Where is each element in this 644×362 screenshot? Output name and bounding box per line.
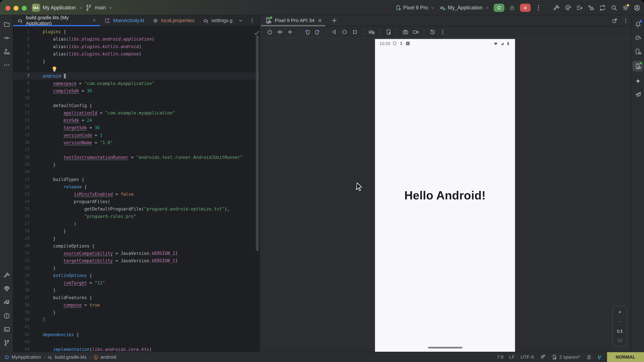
structure-toolwindow-button[interactable]	[2, 47, 11, 55]
stop-button[interactable]	[520, 3, 531, 12]
line-ending-widget[interactable]: LF	[509, 355, 515, 360]
attach-debugger-button[interactable]	[587, 4, 595, 11]
run-config-icon[interactable]	[439, 4, 446, 11]
zoom-window-button[interactable]	[22, 6, 27, 10]
navigation-pill[interactable]	[428, 347, 462, 349]
running-devices-panel: Pixel 9 Pro API 34 10:20 A Hello Android…	[260, 15, 644, 352]
project-widget[interactable]: MA My Application	[32, 0, 83, 15]
device-tab[interactable]: Pixel 9 Pro API 34	[260, 15, 326, 26]
panel-more-button[interactable]	[440, 29, 446, 35]
ideavim-icon[interactable]: V	[598, 354, 601, 360]
volume-up-button[interactable]	[277, 29, 284, 35]
device-selector[interactable]: Pixel 9 Pro	[394, 4, 435, 11]
editor-scrollbar[interactable]	[256, 35, 259, 251]
close-device-tab-icon[interactable]	[317, 16, 323, 25]
debug-button[interactable]	[508, 4, 516, 11]
indent-widget[interactable]: 2 spaces*	[552, 354, 580, 360]
crumb-project[interactable]: MyApplication	[4, 355, 41, 360]
unlock-icon[interactable]	[586, 354, 592, 360]
run-configuration-selector[interactable]: My_Application	[439, 4, 490, 11]
device-settings-button[interactable]	[385, 29, 392, 35]
gradle-toolwindow-button[interactable]	[634, 34, 642, 42]
tab-mainactivity-kt[interactable]: MainActivity.kt	[100, 15, 148, 26]
android-back-button[interactable]	[331, 29, 338, 35]
panel-options-button[interactable]	[623, 17, 629, 24]
commit-toolwindow-button[interactable]	[2, 34, 11, 42]
whats-new-button[interactable]	[634, 90, 642, 98]
zoom-ratio-button[interactable]: 1:1	[614, 327, 625, 335]
chevron-down-icon	[485, 5, 490, 10]
code-line-18: 18 testInstrumentationRunner = "androidx…	[13, 153, 260, 161]
breadcrumbs: MyApplication›Kbuild.gradle.kts›android	[0, 355, 116, 360]
profiler-button[interactable]	[576, 4, 583, 11]
close-tab-icon[interactable]	[92, 18, 96, 23]
running-devices-button[interactable]	[634, 62, 642, 70]
code-line-12: 12 applicationId = "com.example.myapplic…	[13, 109, 260, 116]
caret-position-widget[interactable]: 7:9	[497, 355, 504, 360]
reset-button[interactable]	[429, 29, 436, 35]
version-control-toolwindow-button[interactable]	[2, 339, 11, 347]
sync-gradle-button[interactable]	[599, 4, 606, 11]
screenshot-button[interactable]	[402, 29, 409, 35]
close-window-button[interactable]	[5, 6, 10, 10]
project-toolwindow-button[interactable]	[2, 20, 11, 28]
lambda-circle-icon	[93, 355, 98, 360]
svg-text:K: K	[50, 357, 52, 360]
zoom-in-button[interactable]: +	[614, 308, 625, 317]
intention-bulb-icon[interactable]	[52, 66, 56, 70]
tab-label: MainActivity.kt	[113, 17, 144, 23]
device-selector-label: Pixel 9 Pro	[403, 5, 428, 10]
emulator-screen[interactable]: 10:20 A Hello Android!	[375, 39, 515, 352]
encoding-widget[interactable]: UTF-8	[520, 355, 534, 360]
open-in-window-button[interactable]	[612, 17, 618, 24]
search-everywhere-button[interactable]	[610, 4, 618, 11]
rotate-left-button[interactable]	[304, 29, 310, 35]
more-toolwindows-button[interactable]	[2, 61, 11, 69]
build-toolwindow-button[interactable]	[2, 271, 11, 279]
new-device-tab-button[interactable]	[330, 16, 338, 25]
running-device-icon	[264, 16, 272, 25]
hardware-input-button[interactable]	[368, 29, 375, 35]
more-actions-button[interactable]	[535, 4, 542, 11]
crumb-element[interactable]: android	[93, 355, 116, 360]
problems-toolwindow-button[interactable]	[2, 312, 11, 320]
code-editor[interactable]: 1plugins {2 alias(libs.plugins.android.a…	[13, 26, 260, 352]
volume-down-button[interactable]	[287, 29, 294, 35]
crumb-file[interactable]: Kbuild.gradle.kts	[48, 355, 87, 360]
ai-assist-off-icon[interactable]	[540, 354, 546, 360]
fit-screen-button[interactable]	[614, 336, 625, 345]
code-line-38: 38 compose = true	[13, 301, 260, 309]
code-line-17: 17	[13, 146, 260, 153]
minimize-window-button[interactable]	[14, 6, 18, 10]
blue-sq-icon	[4, 355, 10, 360]
apply-changes-button[interactable]: A	[564, 4, 572, 11]
vcs-branch-widget[interactable]: main	[84, 0, 113, 15]
code-area[interactable]: 1plugins {2 alias(libs.plugins.android.a…	[13, 28, 260, 352]
device-manager-button[interactable]	[634, 47, 642, 55]
code-line-28: 28 }	[13, 227, 260, 235]
android-home-button[interactable]	[341, 29, 348, 35]
zoom-out-button[interactable]: −	[614, 317, 625, 326]
notifications-button[interactable]	[634, 20, 642, 28]
terminal-toolwindow-button[interactable]	[2, 325, 11, 333]
screen-record-button[interactable]	[412, 29, 419, 35]
tab-list-chevron-icon[interactable]	[237, 16, 245, 25]
device-selector-icon[interactable]	[394, 4, 401, 11]
tab-options-kebab-icon[interactable]	[248, 16, 256, 25]
android-recents-button[interactable]	[352, 29, 358, 35]
device-power-button[interactable]	[266, 29, 273, 35]
settings-button[interactable]	[622, 4, 629, 11]
tab-local-properties[interactable]: local.properties	[148, 15, 199, 26]
account-button[interactable]	[633, 4, 641, 11]
logcat-toolwindow-button[interactable]	[2, 298, 11, 306]
tab-build-gradle-kts[interactable]: Kbuild.gradle.kts (My Application)	[13, 15, 100, 26]
build-button[interactable]	[553, 4, 560, 11]
code-line-9: 9 compileSdk = 36	[13, 87, 260, 94]
rerun-button[interactable]	[494, 3, 504, 12]
gemini-toolwindow-button[interactable]	[634, 77, 642, 85]
tab-settings-gradle[interactable]: Ksettings.g	[198, 15, 236, 26]
traffic-lights[interactable]	[5, 5, 30, 12]
rotate-right-button[interactable]	[314, 29, 321, 35]
zoom-controls: + − 1:1	[612, 306, 627, 347]
app-quality-insights-button[interactable]	[2, 284, 11, 293]
